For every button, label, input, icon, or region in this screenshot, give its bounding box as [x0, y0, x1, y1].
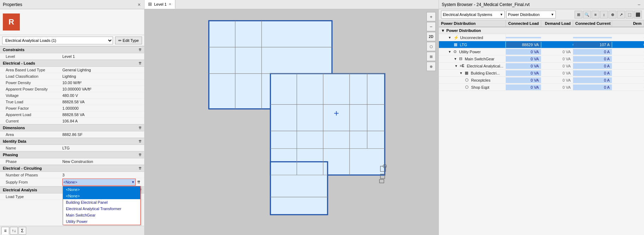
prop-current: Current 106.84 A: [0, 118, 144, 124]
section-electrical-loads[interactable]: Electrical - Loads ⇈: [0, 60, 144, 67]
row-ltg[interactable]: ▦ LTG 88829 VA 107 A: [439, 41, 644, 48]
navigation-bar: + − 2D ⬡ ⊞ ⊕: [426, 12, 436, 71]
sb-hide-btn[interactable]: ⬛: [634, 11, 642, 18]
prop-level: Level Level 1: [0, 53, 144, 60]
section-constraints[interactable]: Constraints ⇈: [0, 46, 144, 53]
fit-view-btn[interactable]: ⊞: [426, 52, 436, 61]
sb-grid-icon-btn[interactable]: ⊞: [575, 11, 582, 18]
row-electrical-analytical[interactable]: ▼ ≡E Electrical Analytical... 0 VA 0 VA …: [439, 62, 644, 70]
prop-voltage: Voltage 480.00 V: [0, 92, 144, 99]
sb-system-type-dropdown[interactable]: Electrical Analytical Systems ▼: [441, 11, 505, 18]
prop-name: Name LTG: [0, 145, 144, 151]
expand-icon: ▼: [448, 50, 451, 54]
cell-switchgear-cc: 0 A: [573, 56, 612, 62]
cell-switchgear-name: ▼ ⊟ Main SwitchGear: [439, 56, 506, 62]
supply-from-popup: <None> <None> Building Electrical Panel …: [63, 186, 141, 225]
supply-from-dropdown[interactable]: <None> ▼ <None> <None> Building Electric…: [62, 179, 136, 186]
shop-icon: ⬡: [465, 85, 469, 89]
sb-minimize-btn[interactable]: −: [637, 2, 641, 7]
cell-building-cl: 0 VA: [506, 70, 541, 76]
sb-view-toggle-btn[interactable]: ⬚: [626, 11, 633, 18]
svg-rect-21: [379, 179, 384, 183]
level1-tab[interactable]: ⊞ Level 1 ×: [145, 0, 175, 9]
2d-btn[interactable]: 2D: [426, 32, 436, 41]
prop-true-load: True Load 88828.58 VA: [0, 99, 144, 105]
dropdown-option-main-switchgear[interactable]: Main SwitchGear: [63, 212, 140, 218]
section-dimensions[interactable]: Dimensions ⇈: [0, 124, 144, 131]
cell-receptcles-cc: 0 A: [573, 77, 612, 83]
section-electrical-circuiting[interactable]: Electrical - Circuiting ⇈: [0, 165, 144, 172]
sb-expand-icon-btn[interactable]: ⊕: [609, 11, 616, 18]
row-shop-eqpt[interactable]: ⬡ Shop Eqpt 0 VA 0 VA 0 A: [439, 84, 644, 91]
section-identity-data[interactable]: Identity Data ⇈: [0, 138, 144, 145]
col-header-name: Power Distribution: [439, 20, 506, 27]
svg-rect-2: [270, 162, 327, 215]
viewport-canvas[interactable]: + − 2D ⬡ ⊞ ⊕: [145, 9, 439, 235]
list-view-tab[interactable]: ≡: [1, 227, 9, 235]
prop-power-factor: Power Factor 1.000000: [0, 105, 144, 111]
cell-utility-name: ▼ ⊙ Utility Power: [439, 49, 506, 55]
receptcles-icon: ⬡: [465, 78, 469, 82]
row-unconnected[interactable]: ▼ ⚡ Unconnected: [439, 34, 644, 41]
ltg-icon: ▦: [454, 42, 457, 47]
dropdown-option-none-selected[interactable]: <None>: [63, 186, 140, 193]
cell-unconnected-dc: [612, 37, 644, 38]
type-selector[interactable]: Electrical Analytical Loads (1): [2, 37, 113, 44]
dropdown-option-electrical-analytical-transformer[interactable]: Electrical Analytical Transformer: [63, 206, 140, 212]
dropdown-option-none[interactable]: <None>: [63, 193, 140, 199]
supply-from-scroll[interactable]: ⇈: [136, 180, 141, 185]
prop-apparent-power-density: Apparent Power Density 10.000000 VA/ft²: [0, 86, 144, 92]
cell-utility-cl: 0 VA: [506, 49, 541, 55]
cell-building-cc: 0 A: [573, 70, 612, 76]
edit-icon: ✏: [118, 38, 122, 43]
sb-section-power-distribution: ▼ Power Distribution: [439, 27, 644, 34]
dropdown-option-building-electrical-panel[interactable]: Building Electrical Panel: [63, 199, 140, 206]
row-receptcles[interactable]: ⬡ Receptcles 0 VA 0 VA 0 A: [439, 77, 644, 84]
cell-switchgear-dl: 0 VA: [541, 56, 573, 62]
prop-load-classification: Load Classification Lighting: [0, 73, 144, 80]
col-header-demand-load: Demand Load: [541, 20, 573, 27]
floor-plan: [155, 16, 421, 228]
sb-toolbar: Electrical Analytical Systems ▼ Power Di…: [439, 9, 644, 20]
zoom-in-btn[interactable]: +: [426, 12, 436, 21]
sb-dropdown2-arrow: ▼: [551, 13, 554, 16]
cell-shop-cc: 0 A: [573, 84, 612, 90]
properties-panel: Properties × R Electrical Analytical Loa…: [0, 0, 145, 235]
cell-unconnected-cl: [506, 37, 541, 38]
3d-view-btn[interactable]: ⬡: [426, 42, 436, 51]
filter-tab[interactable]: Σ: [18, 227, 26, 235]
sb-dropdown1-arrow: ▼: [500, 13, 503, 16]
edit-type-button[interactable]: ✏ Edit Type: [115, 37, 142, 44]
view-tab-close[interactable]: ×: [169, 2, 171, 7]
sb-view-dropdown[interactable]: Power Distribution ▼: [506, 11, 556, 18]
svg-rect-1: [270, 73, 385, 175]
expand-icon: ▼: [459, 71, 463, 75]
sort-tab[interactable]: ↑↓: [10, 227, 18, 235]
col-header-connected-current: Connected Current: [573, 20, 612, 27]
row-utility-power[interactable]: ▼ ⊙ Utility Power 0 VA 0 VA 0 A: [439, 48, 644, 55]
zoom-out-btn[interactable]: −: [426, 22, 436, 31]
properties-close-btn[interactable]: ×: [137, 2, 141, 7]
row-main-switchgear[interactable]: ▼ ⊟ Main SwitchGear 0 VA 0 VA 0 A: [439, 55, 644, 62]
col-header-connected-load: Connected Load: [506, 20, 541, 27]
target-btn[interactable]: ⊕: [426, 62, 436, 71]
section-phasing[interactable]: Phasing ⇈: [0, 151, 144, 158]
cell-ltg-cl: 88829 VA: [506, 42, 541, 48]
sb-list-icon-btn[interactable]: ≡: [592, 11, 599, 18]
view-tab-label: Level 1: [154, 2, 166, 6]
dropdown-option-utility-power[interactable]: Utility Power: [63, 218, 140, 225]
sb-link-icon-btn[interactable]: ↗: [617, 11, 625, 18]
sb-system-type-value: Electrical Analytical Systems: [443, 12, 492, 17]
cell-receptcles-dc: [612, 80, 644, 81]
cell-unconnected-dl: [541, 37, 573, 38]
sb-sort-icon-btn[interactable]: ↕: [600, 11, 608, 18]
properties-bottom-tabs: ≡ ↑↓ Σ: [0, 226, 144, 235]
cell-utility-cc: 0 A: [573, 49, 612, 55]
cell-ea-dl: 0 VA: [541, 63, 573, 69]
row-building-electri[interactable]: ▼ ▦ Building Electri... 0 VA 0 VA 0 A: [439, 70, 644, 77]
expand-icon: ▼: [448, 36, 451, 39]
cell-ea-cc: 0 A: [573, 63, 612, 69]
sb-search-icon-btn[interactable]: 🔍: [583, 11, 591, 18]
supply-from-value: <None>: [63, 180, 77, 184]
sb-title: System Browser - 24_Medical Center_Final…: [442, 2, 530, 7]
